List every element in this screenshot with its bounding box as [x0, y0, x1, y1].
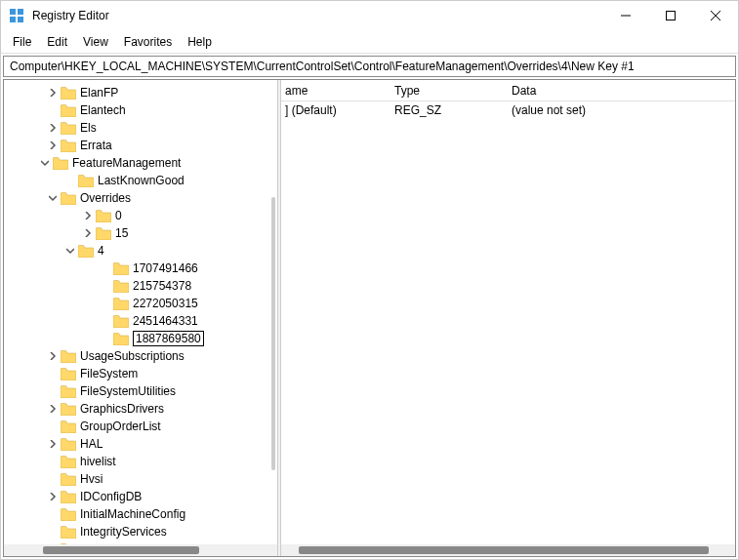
tree-item-0[interactable]: 0: [4, 207, 277, 224]
close-button[interactable]: [693, 1, 738, 30]
tree-label: Errata: [80, 139, 112, 152]
folder-icon: [113, 262, 129, 275]
registry-tree[interactable]: ElanFP Elantech Els Errata FeatureManage…: [4, 80, 277, 556]
svg-rect-0: [10, 9, 16, 15]
tree-item-2272050315[interactable]: 2272050315: [4, 295, 277, 312]
column-header-name[interactable]: ame: [281, 84, 387, 98]
tree-item-grouporderlist[interactable]: GroupOrderList: [4, 418, 277, 435]
tree-label: IDConfigDB: [80, 490, 142, 503]
menu-file[interactable]: File: [5, 33, 39, 51]
scrollbar-thumb[interactable]: [299, 546, 709, 554]
tree-item-hivelist[interactable]: hivelist: [4, 453, 277, 470]
tree-item-2451464331[interactable]: 2451464331: [4, 312, 277, 330]
tree-label: Els: [80, 121, 97, 135]
tree-item-featuremanagement[interactable]: FeatureManagement: [4, 154, 277, 172]
tree-label: FileSystemUtilities: [80, 384, 176, 398]
tree-item-hvsi[interactable]: Hvsi: [4, 470, 277, 488]
folder-icon: [61, 87, 76, 100]
folder-icon: [61, 438, 76, 451]
tree-item-15[interactable]: 15: [4, 224, 277, 242]
folder-icon: [61, 122, 76, 135]
tree-label: LastKnownGood: [98, 174, 185, 187]
folder-icon: [61, 526, 76, 539]
minimize-button[interactable]: [603, 1, 648, 30]
tree-label: Elantech: [80, 103, 126, 117]
scrollbar-thumb[interactable]: [43, 546, 199, 554]
values-pane: ame Type Data ] (Default) REG_SZ (value …: [281, 80, 735, 556]
folder-icon: [113, 333, 129, 345]
tree-item-hal[interactable]: HAL: [4, 435, 277, 453]
horizontal-scrollbar[interactable]: [281, 544, 735, 556]
maximize-button[interactable]: [648, 1, 693, 30]
tree-item-integrityservices[interactable]: IntegrityServices: [4, 523, 277, 540]
tree-item-elanfp[interactable]: ElanFP: [4, 84, 277, 101]
folder-icon: [61, 104, 76, 117]
tree-item-initialmachineconfig[interactable]: InitialMachineConfig: [4, 505, 277, 523]
menu-help[interactable]: Help: [180, 33, 220, 51]
folder-icon: [78, 175, 94, 187]
tree-label: InitialMachineConfig: [80, 507, 185, 521]
tree-item-215754378[interactable]: 215754378: [4, 277, 277, 295]
tree-item-1707491466[interactable]: 1707491466: [4, 260, 277, 277]
tree-item-4[interactable]: 4: [4, 242, 277, 260]
tree-label: 215754378: [133, 279, 191, 293]
folder-icon: [53, 157, 68, 170]
folder-icon: [61, 508, 76, 521]
tree-label: FileSystem: [80, 367, 138, 380]
window-title: Registry Editor: [32, 9, 603, 22]
menu-view[interactable]: View: [75, 33, 116, 51]
address-bar[interactable]: Computer\HKEY_LOCAL_MACHINE\SYSTEM\Curre…: [3, 56, 736, 77]
tree-item-filesystemutilities[interactable]: FileSystemUtilities: [4, 382, 277, 400]
tree-label: GroupOrderList: [80, 420, 161, 433]
cell-name: ] (Default): [281, 103, 387, 117]
tree-label: IntegrityServices: [80, 525, 167, 539]
column-header-type[interactable]: Type: [387, 84, 504, 98]
list-row[interactable]: ] (Default) REG_SZ (value not set): [281, 101, 735, 119]
main-split: ElanFP Elantech Els Errata FeatureManage…: [3, 79, 736, 557]
folder-icon: [61, 140, 76, 152]
tree-item-lastknowngood[interactable]: LastKnownGood: [4, 172, 277, 189]
menu-favorites[interactable]: Favorites: [116, 33, 180, 51]
folder-icon: [61, 385, 76, 398]
tree-item-newkey-editing[interactable]: 1887869580: [4, 330, 277, 347]
tree-item-elantech[interactable]: Elantech: [4, 101, 277, 119]
tree-item-idconfigdb[interactable]: IDConfigDB: [4, 488, 277, 505]
tree-label: HAL: [80, 437, 103, 451]
folder-icon: [61, 491, 76, 503]
folder-icon: [61, 368, 76, 380]
chevron-down-icon[interactable]: [39, 157, 51, 169]
folder-icon: [96, 210, 111, 222]
tree-label-edit[interactable]: 1887869580: [133, 331, 204, 346]
menu-bar: File Edit View Favorites Help: [1, 30, 738, 54]
tree-label: ElanFP: [80, 86, 118, 100]
vertical-scrollbar[interactable]: [271, 197, 275, 470]
folder-icon: [96, 227, 111, 240]
folder-icon: [78, 245, 94, 258]
list-header: ame Type Data: [281, 80, 735, 101]
tree-item-usagesubscriptions[interactable]: UsageSubscriptions: [4, 347, 277, 365]
tree-label: 4: [98, 244, 104, 258]
menu-edit[interactable]: Edit: [39, 33, 75, 51]
chevron-down-icon[interactable]: [64, 245, 76, 257]
folder-icon: [61, 403, 76, 416]
svg-rect-5: [667, 12, 676, 20]
tree-item-overrides[interactable]: Overrides: [4, 189, 277, 207]
svg-rect-3: [18, 17, 23, 22]
tree-label: hivelist: [80, 455, 116, 468]
tree-label: 1707491466: [133, 261, 198, 275]
tree-label: 15: [115, 226, 128, 240]
folder-icon: [61, 420, 76, 433]
tree-item-filesystem[interactable]: FileSystem: [4, 365, 277, 382]
horizontal-scrollbar[interactable]: [4, 544, 277, 556]
chevron-down-icon[interactable]: [47, 192, 59, 204]
column-header-data[interactable]: Data: [504, 84, 735, 98]
tree-item-graphicsdrivers[interactable]: GraphicsDrivers: [4, 400, 277, 418]
folder-icon: [113, 315, 129, 328]
tree-item-errata[interactable]: Errata: [4, 137, 277, 154]
tree-label: 0: [115, 209, 122, 222]
tree-pane: ElanFP Elantech Els Errata FeatureManage…: [4, 80, 277, 556]
tree-label: GraphicsDrivers: [80, 402, 164, 416]
folder-icon: [113, 298, 129, 310]
tree-item-els[interactable]: Els: [4, 119, 277, 137]
tree-label: Hvsi: [80, 472, 103, 486]
